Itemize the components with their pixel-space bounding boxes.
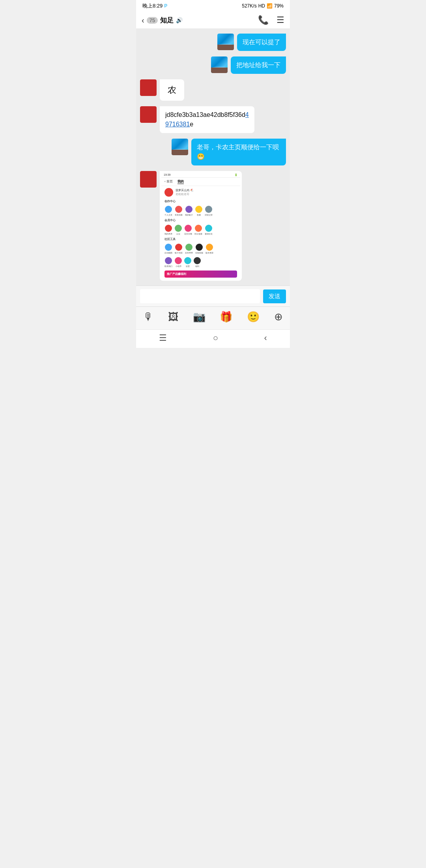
phone-icon-label: 个人主页 (164, 214, 172, 216)
phone-icon-item: 浏览记录 (205, 206, 213, 216)
phone-icon-label: 版本更新 (206, 252, 213, 254)
phone-icon (175, 225, 182, 232)
avatar (211, 56, 228, 73)
message-row: 农 (140, 79, 286, 101)
back-button[interactable]: ‹ 75 (142, 16, 158, 25)
phone-icon (206, 244, 213, 251)
screenshot-bubble[interactable]: 19:39 🔋 ‹ 首页 我的 菠萝买么鸡 🐔 老粗粗老哥 (160, 171, 242, 281)
phone-icon-item: 友有帮帮 (185, 244, 193, 254)
received-bubble: jd8cfe3b3a13ae42db8f5f36d49716381e (160, 106, 254, 133)
phone-avatar (164, 188, 173, 197)
avatar (140, 79, 157, 96)
avatar-beach (172, 139, 188, 155)
phone-icon (194, 257, 201, 264)
phone-icon-item: 小程序 (175, 257, 182, 267)
image-gallery-icon[interactable]: 🖼 (168, 311, 178, 323)
sent-bubble: 现在可以提了 (237, 34, 286, 51)
sent-bubble: 把地址给我一下 (231, 56, 286, 74)
received-bubble: 农 (160, 79, 184, 101)
phone-profile-text: 菠萝买么鸡 🐔 老粗粗老哥 (176, 188, 194, 196)
phone-icon (184, 257, 191, 264)
camera-icon[interactable]: 📷 (193, 311, 206, 323)
avatar-anime (140, 106, 157, 123)
phone-icon-label: 邀请好友 (205, 233, 213, 235)
phone-icons-extra: 联系我们 小程序 设置 福利 (161, 256, 240, 269)
unread-badge: 75 (147, 17, 158, 24)
toolbar: 🎙 🖼 📷 🎁 🙂 ⊕ (136, 306, 290, 329)
gift-icon[interactable]: 🎁 (220, 311, 232, 323)
phone-icon-item: 我的帖子 (185, 206, 193, 216)
phone-icon (165, 206, 172, 213)
bottom-nav: ☰ ○ ‹ (136, 329, 290, 348)
phone-icon (185, 225, 192, 232)
send-button[interactable]: 发送 (263, 289, 286, 303)
phone-call-icon[interactable]: 📞 (258, 15, 269, 25)
message-row: 19:39 🔋 ‹ 首页 我的 菠萝买么鸡 🐔 老粗粗老哥 (140, 171, 286, 281)
speaker-icon[interactable]: 🔊 (176, 17, 183, 23)
phone-icon (205, 225, 212, 232)
phone-icon-item: 邀请好友 (205, 225, 213, 235)
phone-icon (185, 206, 192, 213)
phone-icon (195, 206, 202, 213)
phone-icons-creative: 个人主页 有奖招募 我的帖子 收藏 (161, 204, 240, 218)
phone-icon (196, 244, 203, 251)
screenshot-content: 19:39 🔋 ‹ 首页 我的 菠萝买么鸡 🐔 老粗粗老哥 (161, 173, 240, 279)
phone-icon-label: 设置 (186, 265, 190, 267)
home-icon[interactable]: ○ (213, 333, 218, 343)
phone-icon-item: 认证 (175, 225, 182, 235)
phone-icon-label: 友有帮帮 (185, 252, 193, 254)
phone-section-tools: 社区工具 (161, 237, 240, 242)
phone-icon-item: 我的券券 (164, 225, 172, 235)
hamburger-menu-icon[interactable]: ☰ (277, 15, 284, 25)
phone-icon-label: 自动截图 (164, 252, 172, 254)
mic-icon[interactable]: 🎙 (143, 311, 153, 323)
phone-banner-text: 推广产品赚福利 (167, 272, 186, 276)
phone-profile: 菠萝买么鸡 🐔 老粗粗老哥 (161, 186, 240, 199)
chat-area: 现在可以提了 把地址给我一下 农 jd8cfe3b3a13ae42db8f5f3… (136, 29, 290, 286)
avatar (217, 34, 234, 50)
message-row: 老哥，卡农主页顺便给一下呗😁 (140, 139, 286, 165)
phone-icon-label: 认证 (176, 233, 180, 235)
avatar (140, 171, 157, 188)
phone-icon-item: 联系我们 (164, 257, 172, 267)
chat-title-area: 知足 🔊 (160, 16, 258, 25)
phone-icon-item: 版本更新 (206, 244, 213, 254)
sent-bubble: 老哥，卡农主页顺便给一下呗😁 (191, 139, 286, 165)
phone-icon-label: 我的券券 (164, 233, 172, 235)
phone-icon-label: 联系我们 (164, 265, 172, 267)
back-arrow-icon: ‹ (142, 16, 144, 25)
phone-icon (165, 225, 172, 232)
plus-icon[interactable]: ⊕ (274, 311, 283, 323)
phone-tab-mine: 我的 (178, 179, 184, 184)
back-icon[interactable]: ‹ (264, 333, 267, 343)
avatar-beach (211, 56, 228, 73)
phone-status-bar: 19:39 🔋 (161, 173, 240, 178)
menu-icon[interactable]: ☰ (159, 333, 167, 343)
status-p-indicator: P (164, 3, 167, 9)
avatar-anime (140, 79, 157, 96)
status-time-area: 晚上8:29 P (142, 2, 167, 9)
phone-icons-member: 我的券券 认证 花买羊雕 积分值缘 (161, 223, 240, 237)
message-input[interactable] (140, 289, 260, 303)
phone-username: 菠萝买么鸡 🐔 (176, 188, 194, 192)
status-hd: HD (258, 3, 265, 9)
avatar-beach (217, 34, 234, 50)
phone-banner: 推广产品赚福利 (164, 271, 237, 278)
phone-icons-tools: 自动截图 帖子伪装 友有帮帮 在线客服 (161, 242, 240, 256)
phone-icon-label: 浏览记录 (205, 214, 213, 216)
phone-icon-label: 在线客服 (195, 252, 203, 254)
phone-icon (175, 257, 182, 264)
emoji-icon[interactable]: 🙂 (247, 311, 260, 323)
phone-section-member: 会员中心 (161, 218, 240, 223)
chat-title: 知足 (160, 16, 174, 25)
link-text[interactable]: 49716381 (165, 111, 249, 128)
phone-icon-label: 我的帖子 (185, 214, 193, 216)
phone-icon (165, 244, 172, 251)
phone-tab-home: ‹ 首页 (164, 179, 173, 184)
phone-icon-item: 有奖招募 (175, 206, 183, 216)
phone-icon-item: 在线客服 (195, 244, 203, 254)
message-row: 把地址给我一下 (140, 56, 286, 74)
phone-icon-item: 积分值缘 (194, 225, 202, 235)
phone-icon-item: 花买羊雕 (184, 225, 192, 235)
phone-icon-item: 福利 (194, 257, 201, 267)
